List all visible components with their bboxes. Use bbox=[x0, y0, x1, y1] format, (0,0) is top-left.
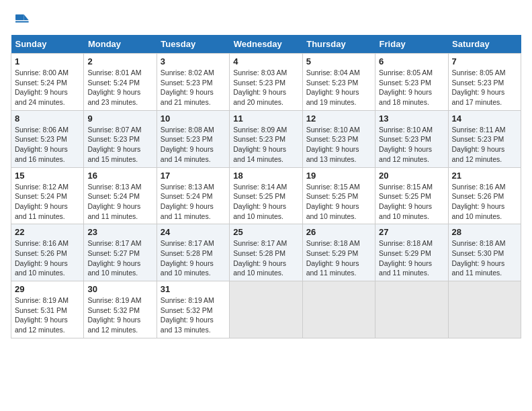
day-cell: 22Sunrise: 8:16 AMSunset: 5:26 PMDayligh… bbox=[11, 224, 84, 281]
day-number: 25 bbox=[233, 227, 298, 237]
day-cell bbox=[448, 281, 521, 338]
day-cell bbox=[230, 281, 302, 338]
day-info: Sunrise: 8:19 AMSunset: 5:32 PMDaylight:… bbox=[161, 295, 226, 335]
day-info: Sunrise: 8:06 AMSunset: 5:23 PMDaylight:… bbox=[15, 125, 80, 165]
column-header-monday: Monday bbox=[84, 35, 157, 54]
day-cell: 1Sunrise: 8:00 AMSunset: 5:24 PMDaylight… bbox=[11, 54, 84, 111]
day-cell: 18Sunrise: 8:14 AMSunset: 5:25 PMDayligh… bbox=[230, 167, 302, 224]
day-cell: 21Sunrise: 8:16 AMSunset: 5:26 PMDayligh… bbox=[448, 167, 521, 224]
day-cell: 17Sunrise: 8:13 AMSunset: 5:24 PMDayligh… bbox=[157, 167, 229, 224]
day-cell bbox=[302, 281, 375, 338]
calendar-header: SundayMondayTuesdayWednesdayThursdayFrid… bbox=[11, 35, 521, 54]
day-cell: 4Sunrise: 8:03 AMSunset: 5:23 PMDaylight… bbox=[230, 54, 302, 111]
day-number: 21 bbox=[452, 171, 517, 181]
day-number: 18 bbox=[233, 171, 298, 181]
day-info: Sunrise: 8:17 AMSunset: 5:28 PMDaylight:… bbox=[161, 238, 226, 278]
week-row: 15Sunrise: 8:12 AMSunset: 5:24 PMDayligh… bbox=[11, 167, 521, 224]
day-info: Sunrise: 8:00 AMSunset: 5:24 PMDaylight:… bbox=[15, 68, 80, 107]
column-header-sunday: Sunday bbox=[11, 35, 84, 54]
day-number: 31 bbox=[161, 284, 226, 294]
day-number: 3 bbox=[161, 56, 226, 66]
day-info: Sunrise: 8:17 AMSunset: 5:28 PMDaylight:… bbox=[233, 238, 298, 278]
column-header-wednesday: Wednesday bbox=[230, 35, 302, 54]
day-info: Sunrise: 8:09 AMSunset: 5:23 PMDaylight:… bbox=[233, 125, 298, 165]
day-cell: 5Sunrise: 8:04 AMSunset: 5:23 PMDaylight… bbox=[302, 54, 375, 111]
day-number: 12 bbox=[306, 113, 371, 124]
day-number: 13 bbox=[379, 113, 444, 124]
week-row: 22Sunrise: 8:16 AMSunset: 5:26 PMDayligh… bbox=[11, 224, 521, 281]
day-number: 15 bbox=[15, 171, 80, 181]
day-info: Sunrise: 8:15 AMSunset: 5:25 PMDaylight:… bbox=[379, 182, 444, 222]
week-row: 29Sunrise: 8:19 AMSunset: 5:31 PMDayligh… bbox=[11, 281, 521, 338]
day-cell: 15Sunrise: 8:12 AMSunset: 5:24 PMDayligh… bbox=[11, 167, 84, 224]
day-number: 30 bbox=[87, 284, 152, 294]
day-cell: 8Sunrise: 8:06 AMSunset: 5:23 PMDaylight… bbox=[11, 110, 84, 167]
day-info: Sunrise: 8:14 AMSunset: 5:25 PMDaylight:… bbox=[233, 182, 298, 222]
day-cell: 29Sunrise: 8:19 AMSunset: 5:31 PMDayligh… bbox=[11, 281, 84, 338]
day-info: Sunrise: 8:17 AMSunset: 5:27 PMDaylight:… bbox=[87, 238, 152, 278]
day-info: Sunrise: 8:18 AMSunset: 5:29 PMDaylight:… bbox=[306, 238, 371, 278]
day-info: Sunrise: 8:10 AMSunset: 5:23 PMDaylight:… bbox=[306, 125, 371, 165]
day-info: Sunrise: 8:02 AMSunset: 5:23 PMDaylight:… bbox=[161, 68, 226, 107]
day-number: 24 bbox=[161, 227, 226, 237]
day-number: 11 bbox=[233, 113, 298, 124]
day-cell: 3Sunrise: 8:02 AMSunset: 5:23 PMDaylight… bbox=[157, 54, 229, 111]
day-cell: 26Sunrise: 8:18 AMSunset: 5:29 PMDayligh… bbox=[302, 224, 375, 281]
day-cell: 23Sunrise: 8:17 AMSunset: 5:27 PMDayligh… bbox=[84, 224, 157, 281]
svg-rect-1 bbox=[15, 15, 24, 20]
day-cell: 13Sunrise: 8:10 AMSunset: 5:23 PMDayligh… bbox=[375, 110, 448, 167]
column-header-friday: Friday bbox=[375, 35, 448, 54]
day-cell bbox=[375, 281, 448, 338]
day-cell: 7Sunrise: 8:05 AMSunset: 5:23 PMDaylight… bbox=[448, 54, 521, 111]
day-number: 28 bbox=[452, 227, 517, 237]
day-cell: 19Sunrise: 8:15 AMSunset: 5:25 PMDayligh… bbox=[302, 167, 375, 224]
day-number: 29 bbox=[15, 284, 80, 294]
logo bbox=[11, 11, 32, 30]
day-info: Sunrise: 8:05 AMSunset: 5:23 PMDaylight:… bbox=[452, 68, 517, 107]
day-cell: 20Sunrise: 8:15 AMSunset: 5:25 PMDayligh… bbox=[375, 167, 448, 224]
day-info: Sunrise: 8:15 AMSunset: 5:25 PMDaylight:… bbox=[306, 182, 371, 222]
day-cell: 24Sunrise: 8:17 AMSunset: 5:28 PMDayligh… bbox=[157, 224, 229, 281]
day-info: Sunrise: 8:08 AMSunset: 5:23 PMDaylight:… bbox=[161, 125, 226, 165]
day-number: 9 bbox=[87, 113, 152, 124]
day-cell: 6Sunrise: 8:05 AMSunset: 5:23 PMDaylight… bbox=[375, 54, 448, 111]
day-number: 14 bbox=[452, 113, 517, 124]
day-number: 1 bbox=[15, 56, 80, 66]
day-info: Sunrise: 8:05 AMSunset: 5:23 PMDaylight:… bbox=[379, 68, 444, 107]
column-header-saturday: Saturday bbox=[448, 35, 521, 54]
day-number: 22 bbox=[15, 227, 80, 237]
day-cell: 11Sunrise: 8:09 AMSunset: 5:23 PMDayligh… bbox=[230, 110, 302, 167]
day-cell: 31Sunrise: 8:19 AMSunset: 5:32 PMDayligh… bbox=[157, 281, 229, 338]
day-cell: 14Sunrise: 8:11 AMSunset: 5:23 PMDayligh… bbox=[448, 110, 521, 167]
day-cell: 28Sunrise: 8:18 AMSunset: 5:30 PMDayligh… bbox=[448, 224, 521, 281]
day-number: 19 bbox=[306, 171, 371, 181]
day-cell: 16Sunrise: 8:13 AMSunset: 5:24 PMDayligh… bbox=[84, 167, 157, 224]
day-info: Sunrise: 8:18 AMSunset: 5:29 PMDaylight:… bbox=[379, 238, 444, 278]
day-info: Sunrise: 8:16 AMSunset: 5:26 PMDaylight:… bbox=[15, 238, 80, 278]
day-number: 10 bbox=[161, 113, 226, 124]
day-info: Sunrise: 8:03 AMSunset: 5:23 PMDaylight:… bbox=[233, 68, 298, 107]
day-info: Sunrise: 8:01 AMSunset: 5:24 PMDaylight:… bbox=[87, 68, 152, 107]
day-info: Sunrise: 8:13 AMSunset: 5:24 PMDaylight:… bbox=[161, 182, 226, 222]
day-number: 27 bbox=[379, 227, 444, 237]
day-info: Sunrise: 8:13 AMSunset: 5:24 PMDaylight:… bbox=[87, 182, 152, 222]
day-info: Sunrise: 8:11 AMSunset: 5:23 PMDaylight:… bbox=[452, 125, 517, 165]
calendar-table: SundayMondayTuesdayWednesdayThursdayFrid… bbox=[11, 35, 521, 338]
calendar-body: 1Sunrise: 8:00 AMSunset: 5:24 PMDaylight… bbox=[11, 54, 521, 338]
day-info: Sunrise: 8:12 AMSunset: 5:24 PMDaylight:… bbox=[15, 182, 80, 222]
day-number: 23 bbox=[87, 227, 152, 237]
day-number: 26 bbox=[306, 227, 371, 237]
day-info: Sunrise: 8:18 AMSunset: 5:30 PMDaylight:… bbox=[452, 238, 517, 278]
week-row: 8Sunrise: 8:06 AMSunset: 5:23 PMDaylight… bbox=[11, 110, 521, 167]
day-number: 16 bbox=[87, 171, 152, 181]
header-row: SundayMondayTuesdayWednesdayThursdayFrid… bbox=[11, 35, 521, 54]
day-number: 20 bbox=[379, 171, 444, 181]
day-info: Sunrise: 8:10 AMSunset: 5:23 PMDaylight:… bbox=[379, 125, 444, 165]
day-cell: 27Sunrise: 8:18 AMSunset: 5:29 PMDayligh… bbox=[375, 224, 448, 281]
column-header-tuesday: Tuesday bbox=[157, 35, 229, 54]
day-info: Sunrise: 8:19 AMSunset: 5:31 PMDaylight:… bbox=[15, 295, 80, 335]
header bbox=[11, 11, 521, 30]
day-cell: 2Sunrise: 8:01 AMSunset: 5:24 PMDaylight… bbox=[84, 54, 157, 111]
day-info: Sunrise: 8:04 AMSunset: 5:23 PMDaylight:… bbox=[306, 68, 371, 107]
day-cell: 9Sunrise: 8:07 AMSunset: 5:23 PMDaylight… bbox=[84, 110, 157, 167]
